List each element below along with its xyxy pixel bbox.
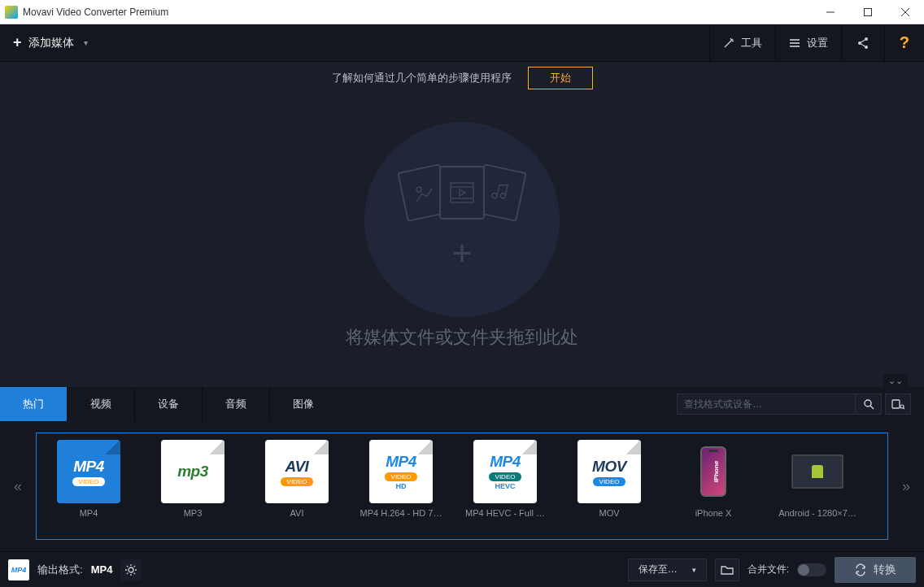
tab-4[interactable]: 图像 [270,387,337,421]
presets-list: MP4VIDEOMP4mp3MP3AVIVIDEOAVIMP4VIDEOHDMP… [36,433,888,540]
chevron-left-icon: « [14,478,22,495]
chevron-down-icon: ▾ [84,38,88,47]
drop-icons [402,166,522,220]
iphone-icon: iPhone [700,446,726,497]
video-card-icon [439,166,485,220]
search-icon [863,398,874,410]
search-button[interactable] [856,394,882,415]
svg-line-23 [904,408,905,410]
svg-point-12 [416,187,422,193]
save-to-button[interactable]: 保存至… ▾ [628,559,707,581]
format-tabs: 热门视频设备音频图像 [0,387,337,421]
preset-mp3[interactable]: mp3MP3 [141,440,245,536]
settings-button[interactable]: 设置 [775,24,841,61]
collapse-handle[interactable]: ⌄⌄ [883,374,908,387]
format-tile: MP4VIDEOHD [369,440,433,503]
preset-mp4-hevc-full-[interactable]: MP4VIDEOHEVCMP4 HEVC - Full … [453,440,557,536]
share-button[interactable] [841,24,884,61]
preset-android-1280-7-[interactable]: Android - 1280×7… [765,440,870,536]
svg-point-17 [492,193,498,198]
format-tile: AVIVIDEO [265,440,329,503]
output-format-icon: MP4 [8,559,29,580]
convert-label: 转换 [874,563,896,577]
presets-container: « MP4VIDEOMP4mp3MP3AVIVIDEOAVIMP4VIDEOHD… [0,421,924,551]
close-button[interactable] [887,0,924,24]
search-box [677,387,919,421]
chevron-double-down-icon: ⌄⌄ [888,376,903,386]
svg-line-11 [861,44,865,46]
preset-mp4[interactable]: MP4VIDEOMP4 [37,440,141,536]
main-toolbar: + 添加媒体 ▾ 工具 设置 ? [0,24,924,62]
app-icon [5,6,18,19]
preset-label: iPhone X [665,508,762,518]
presets-next-button[interactable]: » [888,421,924,551]
preset-label: Android - 1280×7… [769,508,866,518]
preset-avi[interactable]: AVIVIDEOAVI [245,440,349,536]
detect-device-button[interactable] [885,394,911,415]
format-tile: MOVVIDEO [578,440,641,503]
convert-button[interactable]: 转换 [835,557,916,583]
svg-line-20 [870,406,874,409]
tab-2[interactable]: 设备 [135,387,202,421]
hamburger-icon [789,37,800,49]
format-tile: MP4VIDEOHEVC [473,440,537,503]
drop-area[interactable]: + 将媒体文件或文件夹拖到此处 [0,94,924,377]
merge-label: 合并文件: [747,563,789,576]
plus-icon: + [13,34,22,51]
preset-label: MP3 [144,508,242,518]
tab-0[interactable]: 热门 [0,387,67,421]
settings-label: 设置 [807,36,828,50]
svg-point-18 [500,193,506,198]
preset-mov[interactable]: MOVVIDEOMOV [557,440,661,536]
svg-line-32 [134,566,135,567]
svg-rect-21 [892,400,900,408]
output-settings-button[interactable] [120,559,142,580]
magic-wand-icon [723,37,734,49]
help-button[interactable]: ? [884,24,924,61]
convert-icon [854,563,867,576]
svg-line-31 [127,572,128,573]
format-panel: 热门视频设备音频图像 « MP4VIDEOMP4mp3MP3AVIVIDEOAV… [0,387,924,551]
svg-point-22 [900,405,904,408]
chevron-right-icon: » [902,478,910,495]
collapse-row: ⌄⌄ [0,377,924,387]
preset-label: AVI [248,508,346,518]
format-tile: mp3 [161,440,224,503]
output-format-value: MP4 [91,563,113,576]
banner-start-button[interactable]: 开始 [528,67,593,89]
tabs-row: 热门视频设备音频图像 [0,387,924,421]
drop-circle: + [364,122,560,317]
tips-banner: 了解如何通过几个简单的步骤使用程序 开始 [0,62,924,94]
svg-line-29 [127,566,128,567]
preset-mp4-h-264-hd-7-[interactable]: MP4VIDEOHDMP4 H.264 - HD 7… [349,440,453,536]
drop-plus-icon: + [452,234,473,273]
folder-icon [721,564,734,576]
svg-rect-13 [451,183,473,202]
maximize-button[interactable] [849,0,887,24]
titlebar: Movavi Video Converter Premium [0,0,924,24]
tab-3[interactable]: 音频 [203,387,269,421]
browse-folder-button[interactable] [715,559,739,581]
tools-button[interactable]: 工具 [709,24,775,61]
preset-iphone-x[interactable]: iPhoneiPhone X [661,440,765,536]
minimize-button[interactable] [812,0,849,24]
svg-marker-16 [460,189,465,196]
svg-point-24 [129,567,133,572]
search-input[interactable] [677,394,856,415]
merge-toggle[interactable] [797,563,826,576]
preset-label: MP4 [40,508,137,518]
format-tile: MP4VIDEO [57,440,120,503]
android-tablet-icon [791,454,843,489]
window-title: Movavi Video Converter Premium [23,7,812,18]
tools-label: 工具 [741,36,762,50]
presets-prev-button[interactable]: « [0,421,36,551]
add-media-label: 添加媒体 [28,36,74,50]
chevron-down-icon: ▾ [692,566,696,574]
gear-icon [125,564,137,576]
add-media-button[interactable]: + 添加媒体 ▾ [0,24,101,61]
footer: MP4 输出格式: MP4 保存至… ▾ 合并文件: 转换 [0,551,924,587]
svg-rect-1 [865,8,872,15]
tab-1[interactable]: 视频 [68,387,134,421]
svg-point-19 [865,400,871,407]
banner-text: 了解如何通过几个简单的步骤使用程序 [332,71,512,85]
